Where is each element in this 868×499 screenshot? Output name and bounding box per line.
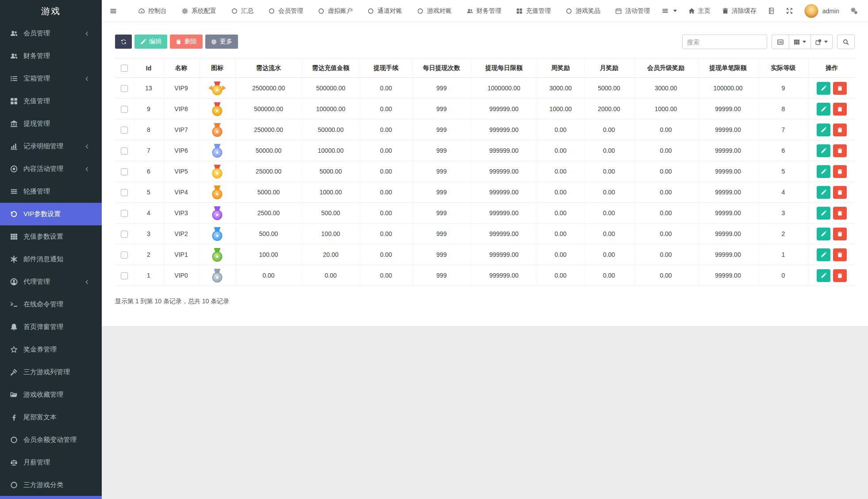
sidebar-item-member-balance-change[interactable]: 会员余额变动管理 xyxy=(0,429,102,451)
avatar xyxy=(804,4,818,18)
cell-actual-level: 3 xyxy=(758,203,808,224)
sidebar-item-recharge-params[interactable]: 充值参数设置 xyxy=(0,225,102,248)
sidebar-item-carousel-mgmt[interactable]: 轮播管理 xyxy=(0,180,102,203)
sidebar-item-member-mgmt[interactable]: 会员管理 xyxy=(0,22,102,45)
cell-checkbox xyxy=(115,203,134,224)
topnav-item-recharge-mgmt[interactable]: 充值管理 xyxy=(509,7,558,15)
cell-withdraw-fee: 0.00 xyxy=(360,99,412,120)
row-delete-button[interactable] xyxy=(833,124,847,136)
row-delete-button[interactable] xyxy=(833,165,847,178)
topnav-item-game-prize[interactable]: 游戏奖品 xyxy=(558,7,608,15)
cell-required-flow: 2500000.00 xyxy=(235,78,302,99)
row-edit-button[interactable] xyxy=(817,124,830,136)
row-edit-button[interactable] xyxy=(817,248,830,261)
row-delete-button[interactable] xyxy=(833,269,847,282)
menu-list-dropdown[interactable] xyxy=(662,8,677,14)
cell-id: 9 xyxy=(134,99,163,120)
topnav-item-member-mgmt[interactable]: 会员管理 xyxy=(261,7,311,15)
row-delete-button[interactable] xyxy=(833,207,847,220)
edit-button[interactable]: 编辑 xyxy=(134,35,167,49)
columns-dropdown-button[interactable] xyxy=(789,35,811,49)
fullscreen-button[interactable] xyxy=(786,8,793,14)
row-delete-button[interactable] xyxy=(833,82,847,95)
sidebar-item-vip-params[interactable]: VIP参数设置 xyxy=(0,203,102,225)
sidebar-item-bonus-coupon-mgmt[interactable]: 奖金券管理 xyxy=(0,338,102,361)
cell-withdraw-fee: 0.00 xyxy=(360,161,412,182)
sidebar-item-game-favorite-mgmt[interactable]: 游戏收藏管理 xyxy=(0,383,102,406)
sidebar-toggle-icon[interactable] xyxy=(110,8,119,15)
sidebar-item-mail-notice[interactable]: 邮件消息通知 xyxy=(0,248,102,271)
refresh-button[interactable] xyxy=(115,35,132,49)
row-checkbox[interactable] xyxy=(121,231,128,238)
topnav-item-summary[interactable]: 汇总 xyxy=(224,7,261,15)
row-checkbox[interactable] xyxy=(121,147,128,155)
users-icon xyxy=(10,30,18,37)
row-delete-button[interactable] xyxy=(833,228,847,240)
trash-icon xyxy=(837,127,843,133)
detail-view-button[interactable] xyxy=(772,35,789,49)
cell-required-recharge: 1000.00 xyxy=(302,182,360,203)
row-checkbox[interactable] xyxy=(121,189,128,196)
search-input[interactable] xyxy=(682,35,767,49)
row-checkbox[interactable] xyxy=(121,210,128,217)
cell-upgrade-bonus: 0.00 xyxy=(634,161,698,182)
sidebar-item-agent-mgmt[interactable]: 代理管理 xyxy=(0,271,102,293)
sidebar-item-online-command-mgmt[interactable]: 在线命令管理 xyxy=(0,293,102,316)
cell-week-bonus: 0.00 xyxy=(537,265,584,286)
row-edit-button[interactable] xyxy=(817,269,830,282)
settings-button[interactable] xyxy=(851,8,857,14)
row-edit-button[interactable] xyxy=(817,82,830,95)
search-button[interactable] xyxy=(837,35,855,49)
topnav-item-finance-mgmt[interactable]: 财务管理 xyxy=(459,7,509,15)
sidebar-item-monthly-salary-mgmt[interactable]: 月薪管理 xyxy=(0,451,102,474)
sidebar-item-label: 会员管理 xyxy=(23,29,50,38)
topnav-item-virtual-account[interactable]: 虚拟账户 xyxy=(311,7,360,15)
calendar-icon xyxy=(615,8,622,14)
more-button[interactable]: 更多 xyxy=(205,35,238,49)
topnav-item-channel-reconcile[interactable]: 通道对账 xyxy=(360,7,410,15)
row-delete-button[interactable] xyxy=(833,186,847,199)
record-summary: 显示第 1 到第 10 条记录，总共 10 条记录 xyxy=(115,298,855,306)
gear-icon xyxy=(211,39,217,45)
row-checkbox[interactable] xyxy=(121,168,128,175)
topnav-item-activity-mgmt[interactable]: 活动管理 xyxy=(608,7,657,15)
row-edit-button[interactable] xyxy=(817,103,830,116)
row-edit-button[interactable] xyxy=(817,144,830,157)
sidebar-item-home-popup-mgmt[interactable]: 首页弹窗管理 xyxy=(0,316,102,338)
clear-cache-link[interactable]: 清除缓存 xyxy=(722,7,757,15)
delete-button[interactable]: 删除 xyxy=(170,35,203,49)
sidebar-item-finance-mgmt[interactable]: 财务管理 xyxy=(0,45,102,67)
row-delete-button[interactable] xyxy=(833,144,847,157)
row-delete-button[interactable] xyxy=(833,248,847,261)
trash-icon xyxy=(722,8,729,14)
row-checkbox[interactable] xyxy=(121,272,128,279)
row-checkbox[interactable] xyxy=(121,251,128,259)
pencil-icon xyxy=(140,39,146,45)
sidebar-item-record-detail-mgmt[interactable]: 记录明细管理 xyxy=(0,135,102,158)
sidebar-item-third-game-category[interactable]: 三方游戏分类 xyxy=(0,474,102,496)
sidebar-item-recharge-mgmt[interactable]: 充值管理 xyxy=(0,90,102,112)
home-link[interactable]: 主页 xyxy=(688,7,711,15)
topnav-right: 主页 清除缓存 admin xyxy=(662,4,857,18)
topnav-item-game-reconcile[interactable]: 游戏对账 xyxy=(410,7,459,15)
topnav-item-console[interactable]: 控制台 xyxy=(131,7,174,15)
sidebar-item-treasure-mgmt[interactable]: 宝箱管理 xyxy=(0,67,102,90)
sidebar-item-third-game-list-mgmt[interactable]: 三方游戏列管理 xyxy=(0,361,102,383)
select-all-checkbox[interactable] xyxy=(121,65,128,72)
sidebar-item-withdraw-mgmt[interactable]: 提现管理 xyxy=(0,112,102,135)
user-menu[interactable]: admin xyxy=(804,4,839,18)
export-dropdown-button[interactable] xyxy=(810,35,833,49)
row-checkbox[interactable] xyxy=(121,106,128,113)
row-edit-button[interactable] xyxy=(817,165,830,178)
row-edit-button[interactable] xyxy=(817,186,830,199)
circle-o-icon xyxy=(10,436,18,444)
row-edit-button[interactable] xyxy=(817,228,830,240)
row-edit-button[interactable] xyxy=(817,207,830,220)
row-checkbox[interactable] xyxy=(121,85,128,92)
topnav-item-system-config[interactable]: 系统配置 xyxy=(174,7,224,15)
sidebar-item-content-activity-mgmt[interactable]: 内容活动管理 xyxy=(0,158,102,180)
row-delete-button[interactable] xyxy=(833,103,847,116)
sidebar-item-footer-richtext[interactable]: 尾部富文本 xyxy=(0,406,102,429)
docs-button[interactable] xyxy=(768,8,775,14)
row-checkbox[interactable] xyxy=(121,127,128,134)
